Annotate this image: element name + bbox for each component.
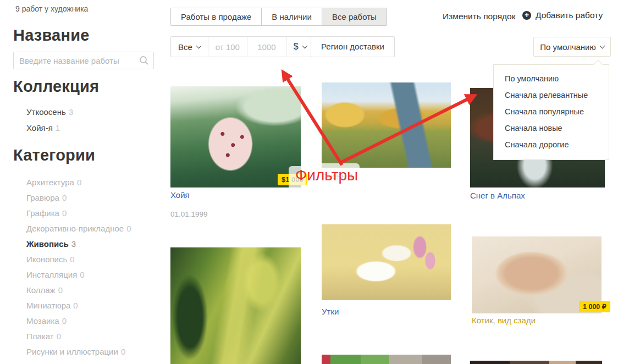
category-item-plakat[interactable]: Плакат0 — [26, 329, 131, 344]
plus-circle-icon: + — [522, 11, 531, 20]
category-item-kollazh[interactable]: Коллаж0 — [26, 283, 131, 298]
collection-list: Уткоосень3 Хойя-я1 — [26, 104, 73, 136]
filter-type-dropdown[interactable]: Все — [171, 37, 208, 57]
artwork-image-osen3[interactable] — [322, 82, 451, 168]
sort-option-relevant[interactable]: Сначала релевантные — [494, 87, 609, 103]
artwork-image-utki[interactable] — [322, 224, 451, 300]
collection-count: 1 — [56, 123, 60, 133]
sort-option-expensive[interactable]: Сначала дорогие — [494, 136, 609, 153]
category-item-dekorativno[interactable]: Декоративно-прикладное0 — [26, 221, 131, 236]
sort-option-popular[interactable]: Сначала популярные — [494, 103, 609, 120]
collection-count: 3 — [69, 107, 73, 117]
categories-list: Архитектура0 Гравюра0 Графика0 Декоратив… — [26, 175, 131, 364]
chevron-down-icon — [196, 43, 201, 48]
name-section-heading: Название — [13, 26, 90, 45]
category-item-risunki[interactable]: Рисунки и иллюстрации0 — [26, 344, 131, 360]
artwork-image-hoya[interactable] — [170, 86, 301, 187]
price-from-input[interactable] — [216, 42, 240, 52]
category-item-grafika[interactable]: Графика0 — [26, 206, 131, 221]
add-work-label: Добавить работу — [536, 10, 603, 20]
price-to-field — [247, 37, 286, 57]
reorder-button[interactable]: Изменить порядок — [443, 12, 516, 21]
collection-section-heading: Коллекция — [13, 78, 99, 96]
category-item-ikonopis[interactable]: Иконопись0 — [26, 252, 131, 267]
artwork-title-kotik[interactable]: Котик, вид сзади — [472, 316, 536, 325]
category-item-mozaika[interactable]: Мозаика0 — [26, 313, 131, 329]
price-to-input[interactable] — [255, 42, 279, 52]
categories-section-heading: Категории — [13, 146, 95, 164]
sort-options-panel: По умолчанию Сначала релевантные Сначала… — [493, 64, 609, 160]
tab-works-for-sale[interactable]: Работы в продаже — [171, 8, 261, 25]
artwork-title-sneg-v-alpah[interactable]: Снег в Альпах — [470, 191, 525, 200]
delivery-region-button[interactable]: Регион доставки — [311, 36, 395, 57]
category-item-zhivopis[interactable]: Живопись3 — [26, 236, 131, 252]
price-badge-kotik: 1 000 ₽ — [579, 301, 610, 312]
panel-notch — [594, 60, 603, 69]
artwork-title-hoya[interactable]: Хойя — [170, 190, 190, 200]
category-item-arhitektura[interactable]: Архитектура0 — [26, 175, 131, 190]
category-item-skulptura[interactable]: Скульптура0 — [26, 360, 131, 364]
works-tab-group: Работы в продаже В наличии Все работы — [170, 8, 387, 26]
title-search-input[interactable] — [13, 52, 154, 69]
artwork-date-hoya: 01.01.1999 — [170, 210, 208, 218]
collection-item-hoya[interactable]: Хойя-я1 — [26, 120, 73, 136]
category-item-installyaciya[interactable]: Инсталляция0 — [26, 267, 131, 283]
tab-in-stock[interactable]: В наличии — [261, 8, 322, 25]
price-filter-group: Все $ — [170, 36, 314, 57]
price-from-field — [208, 37, 247, 57]
category-item-gravyura[interactable]: Гравюра0 — [26, 190, 131, 206]
title-search — [13, 52, 154, 69]
sort-option-new[interactable]: Сначала новые — [494, 120, 609, 136]
works-count: 9 работ у художника — [15, 4, 88, 13]
sort-option-default[interactable]: По умолчанию — [494, 70, 609, 87]
artwork-image-partial-dark[interactable] — [470, 361, 602, 364]
sort-dropdown-button[interactable]: По умолчанию — [533, 37, 611, 57]
tab-all-works[interactable]: Все работы — [322, 8, 387, 25]
artwork-title-utki[interactable]: Утки — [322, 307, 339, 316]
search-icon — [139, 56, 149, 68]
artwork-image-green-painting[interactable] — [170, 247, 301, 364]
artwork-image-partial-strawberry[interactable] — [322, 355, 451, 364]
chevron-down-icon — [599, 43, 605, 48]
currency-dropdown[interactable]: $ — [286, 37, 314, 57]
annotation-filters-label: Фильтры — [295, 167, 358, 184]
category-item-miniatyura[interactable]: Миниатюра0 — [26, 298, 131, 313]
chevron-down-icon — [302, 43, 307, 48]
add-work-button[interactable]: + Добавить работу — [522, 10, 603, 20]
collection-item-utkoosen[interactable]: Уткоосень3 — [26, 104, 73, 120]
